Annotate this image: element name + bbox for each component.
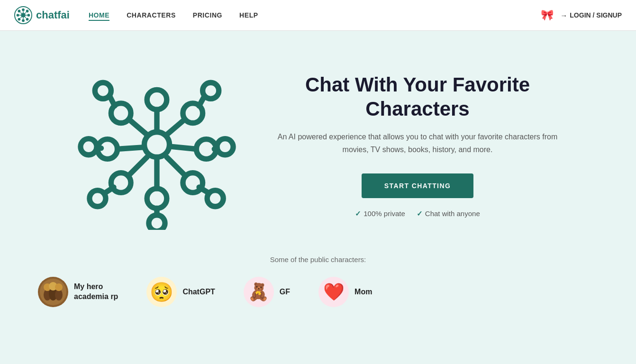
login-arrow-icon: → xyxy=(560,11,567,19)
characters-section: Some of the public characters: My heroac… xyxy=(0,246,636,326)
nav-badge-emoji: 🎀 xyxy=(541,9,554,21)
hero-title: Chat With Your Favorite Characters xyxy=(275,73,560,121)
character-avatar-mom: ❤️ xyxy=(318,277,349,307)
svg-point-19 xyxy=(147,90,167,109)
hero-badges: ✓ 100% private ✓ Chat with anyone xyxy=(275,209,560,218)
nav-link-pricing[interactable]: PRICING xyxy=(193,11,222,19)
svg-point-6 xyxy=(18,10,21,13)
svg-line-32 xyxy=(167,157,186,176)
svg-line-22 xyxy=(129,119,147,135)
svg-point-2 xyxy=(22,9,25,11)
nav-left: chatfai HOME CHARACTERS PRICING HELP xyxy=(14,6,258,24)
check-icon-anyone: ✓ xyxy=(417,209,423,218)
svg-point-7 xyxy=(26,18,29,21)
svg-line-48 xyxy=(214,147,217,149)
svg-line-46 xyxy=(97,148,101,148)
network-svg: .node { fill: none; stroke: #1f6f62; str… xyxy=(76,59,237,230)
check-icon-private: ✓ xyxy=(355,209,361,218)
login-signup-link[interactable]: → LOGIN / SIGNUP xyxy=(560,11,622,19)
logo-icon xyxy=(14,6,32,24)
nav-link-characters[interactable]: CHARACTERS xyxy=(127,11,176,19)
character-item-gf[interactable]: 🧸 GF xyxy=(244,277,290,307)
character-name-gf: GF xyxy=(280,287,290,297)
badge-anyone: ✓ Chat with anyone xyxy=(417,209,480,218)
nav-link-help[interactable]: HELP xyxy=(239,11,258,19)
svg-point-3 xyxy=(22,19,25,22)
svg-line-24 xyxy=(167,119,185,135)
logo[interactable]: chatfai xyxy=(14,6,70,24)
svg-point-5 xyxy=(27,14,30,17)
character-item-mha[interactable]: My heroacademia rp xyxy=(38,277,118,307)
logo-chat: chat xyxy=(36,9,57,21)
hero-subtitle: An AI powered experience that allows you… xyxy=(275,130,560,156)
hero-illustration: .node { fill: none; stroke: #1f6f62; str… xyxy=(76,59,237,232)
start-chatting-button[interactable]: START CHATTING xyxy=(362,173,473,198)
badge-anyone-label: Chat with anyone xyxy=(425,209,480,218)
chatgpt-emoji: 🥺 xyxy=(150,281,173,303)
character-name-mom: Mom xyxy=(354,287,372,297)
navbar: chatfai HOME CHARACTERS PRICING HELP 🎀 →… xyxy=(0,0,636,31)
nav-link-home[interactable]: HOME xyxy=(89,11,109,21)
svg-line-26 xyxy=(118,147,145,149)
svg-line-36 xyxy=(110,96,115,106)
characters-list: My heroacademia rp 🥺 ChatGPT 🧸 GF ❤️ Mom xyxy=(28,277,608,307)
svg-point-8 xyxy=(26,10,29,13)
characters-label: Some of the public characters: xyxy=(28,255,608,264)
character-avatar-gf: 🧸 xyxy=(244,277,274,307)
mha-avatar-svg xyxy=(38,277,68,307)
hero-section: .node { fill: none; stroke: #1f6f62; str… xyxy=(0,31,636,246)
svg-point-9 xyxy=(18,18,21,21)
svg-point-4 xyxy=(17,14,19,17)
svg-point-56 xyxy=(55,283,63,291)
character-avatar-mha xyxy=(38,277,68,307)
gf-emoji: 🧸 xyxy=(248,282,269,302)
svg-line-28 xyxy=(170,146,197,149)
svg-line-40 xyxy=(105,187,114,193)
character-avatar-chatgpt: 🥺 xyxy=(146,277,177,307)
nav-links: HOME CHARACTERS PRICING HELP xyxy=(89,11,258,19)
login-label: LOGIN / SIGNUP xyxy=(570,11,622,19)
svg-line-38 xyxy=(199,96,204,106)
character-name-chatgpt: ChatGPT xyxy=(182,287,215,297)
mom-emoji: ❤️ xyxy=(323,282,345,302)
badge-private: ✓ 100% private xyxy=(355,209,405,218)
badge-private-label: 100% private xyxy=(363,209,405,218)
character-item-mom[interactable]: ❤️ Mom xyxy=(318,277,372,307)
logo-text: chatfai xyxy=(36,9,70,21)
character-item-chatgpt[interactable]: 🥺 ChatGPT xyxy=(146,277,215,307)
logo-fai: fai xyxy=(57,9,70,21)
character-name-mha: My heroacademia rp xyxy=(74,282,118,302)
nav-right: 🎀 → LOGIN / SIGNUP xyxy=(541,9,622,21)
svg-point-33 xyxy=(147,189,167,209)
svg-line-30 xyxy=(128,157,147,176)
hero-content: Chat With Your Favorite Characters An AI… xyxy=(275,73,560,218)
